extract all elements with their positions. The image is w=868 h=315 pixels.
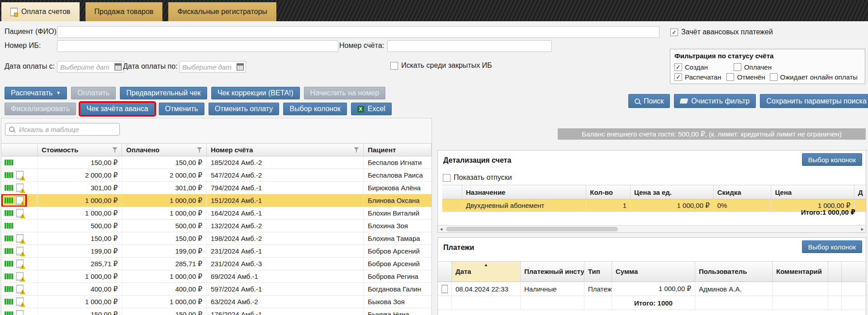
column-header-2[interactable]: Оплачено [122, 144, 207, 156]
row-icons-cell [1, 220, 38, 232]
cost-cell: 500,00 ₽ [38, 220, 122, 232]
date-from-field[interactable] [57, 61, 124, 73]
ib-number-input[interactable] [57, 40, 338, 52]
payments-column-header[interactable]: Сумма [612, 262, 695, 282]
fiscal-warning-icon [16, 171, 24, 179]
payments-columns-button[interactable]: Выбор колонок [802, 240, 862, 253]
status-cancelled-checkbox[interactable]: Отменён [726, 73, 765, 81]
checkbox-icon[interactable] [443, 174, 451, 182]
status-created-checkbox[interactable]: ✓Создан [674, 63, 708, 71]
date-to-input[interactable] [181, 63, 237, 71]
save-search-params-button[interactable]: Сохранить параметры поиска [760, 94, 868, 108]
show-vacations-checkbox[interactable]: Показать отпуски [443, 174, 512, 182]
payments-column-header[interactable]: ▲Дата [452, 262, 521, 282]
fiscal-warning-icon [16, 209, 24, 217]
invoice-number-input[interactable] [387, 40, 552, 52]
cancel-button[interactable]: Отменить [159, 103, 204, 115]
payments-column-header[interactable]: Платежный инстумент [521, 262, 584, 282]
row-status-icons [3, 284, 25, 294]
calendar-icon[interactable] [114, 63, 122, 71]
table-row[interactable]: 1 000,00 ₽1 000,00 ₽63/2024 Амб.-2Быкова… [1, 296, 432, 308]
search-button[interactable]: Поиск [628, 94, 670, 108]
advance-offset-check-button[interactable]: Чек зачёта аванса [80, 103, 154, 115]
details-column-header[interactable]: Цена за ед. [631, 185, 714, 199]
checkbox-icon[interactable] [770, 73, 778, 81]
calendar-icon[interactable] [237, 63, 244, 71]
search-closed-ib-label: Искать среди закрытых ИБ [401, 61, 492, 70]
table-row[interactable]: 301,00 ₽301,00 ₽794/2024 Амб.-1Бирюкова … [1, 182, 432, 194]
table-row[interactable]: 500,00 ₽500,00 ₽132/2024 Амб.-2Блохина З… [1, 220, 432, 232]
pay-button[interactable]: Оплатить [71, 87, 116, 99]
scroll-left-icon[interactable]: ◄ [439, 227, 443, 231]
filter-funnel-icon[interactable] [354, 147, 359, 153]
payments-column-header[interactable]: Комментарий [773, 262, 828, 282]
details-column-header[interactable]: Скидка [714, 185, 772, 199]
payment-row[interactable]: 08.04.2024 22:33НаличныеПлатеж1 000,00 ₽… [438, 282, 866, 296]
details-column-header[interactable]: Цена [771, 185, 854, 199]
table-row[interactable]: 1 000,00 ₽1 000,00 ₽164/2024 Амб.-1Блохи… [1, 207, 432, 220]
paid-cell: 400,00 ₽ [122, 283, 207, 295]
patient-cell: Блохина Тамара [364, 232, 432, 244]
checkbox-icon[interactable]: ✓ [674, 73, 682, 81]
paid-cell: 301,00 ₽ [122, 182, 207, 194]
table-row[interactable]: 400,00 ₽400,00 ₽597/2024 Амб.-1Богданова… [1, 283, 432, 296]
table-row[interactable]: 1 000,00 ₽1 000,00 ₽151/2024 Амб.-1Блино… [1, 194, 432, 207]
table-search-input[interactable] [18, 125, 116, 134]
details-column-header[interactable]: Д [854, 185, 866, 199]
details-columns-button[interactable]: Выбор колонок [802, 153, 862, 166]
status-printed-checkbox[interactable]: ✓Распечатан [674, 73, 721, 81]
preliminary-check-button[interactable]: Предварительный чек [120, 87, 207, 99]
column-header-1[interactable]: Стоимость [38, 144, 122, 156]
scrollbar-thumb[interactable] [446, 227, 618, 231]
scroll-right-icon[interactable]: ► [860, 227, 864, 231]
date-from-input[interactable] [59, 63, 114, 71]
excel-button[interactable]: XExcel [351, 103, 392, 115]
checkbox-icon[interactable] [726, 73, 734, 81]
horizontal-scrollbar[interactable]: ◄ ► [438, 225, 866, 232]
filter-funnel-icon[interactable] [112, 147, 118, 153]
search-actions-row: ПоискОчистить фильтрСохранить параметры … [628, 94, 868, 108]
payments-column-header[interactable]: Пользователь [695, 262, 773, 282]
payments-total-cell [773, 296, 828, 310]
correction-check-button[interactable]: Чек коррекции (BETA!) [211, 87, 300, 99]
status-paid-checkbox[interactable]: Оплачен [734, 63, 772, 71]
table-row[interactable]: 2 000,00 ₽2 000,00 ₽547/2024 Амб.-2Беспа… [1, 169, 432, 182]
print-button[interactable]: Распечатать▼ [5, 87, 67, 99]
table-row[interactable]: 150,00 ₽150,00 ₽198/2024 Амб.-2Блохина Т… [1, 232, 432, 245]
column-header-label: Оплачено [126, 146, 160, 154]
table-row[interactable]: 199,00 ₽199,00 ₽231/2024 Амб.-1Бобров Ар… [1, 245, 432, 258]
checkbox-icon[interactable] [734, 63, 741, 71]
choose-columns-button[interactable]: Выбор колонок [283, 103, 346, 115]
date-to-field[interactable] [179, 61, 246, 73]
advance-offset-checkbox[interactable]: ✓ Зачёт авансовых платежей [670, 28, 773, 36]
details-column-header[interactable]: Назначение [462, 185, 586, 199]
payments-column-header[interactable]: Тип [584, 262, 612, 282]
search-closed-ib-checkbox[interactable]: Искать среди закрытых ИБ [390, 61, 492, 70]
cancel-payment-button[interactable]: Отменить оплату [209, 103, 280, 115]
paid-cell: 199,00 ₽ [122, 245, 207, 257]
checkbox-icon[interactable]: ✓ [670, 28, 678, 36]
patient-input[interactable] [57, 26, 659, 38]
tab-fiscal-registers[interactable]: Фискальные регистраторы [168, 2, 276, 21]
checkbox-icon[interactable]: ✓ [674, 63, 682, 71]
table-row[interactable]: 150,00 ₽150,00 ₽185/2024 Амб.-2Беспалов … [1, 156, 432, 169]
filter-funnel-icon[interactable] [197, 147, 202, 153]
table-search[interactable] [5, 123, 120, 136]
column-header-4[interactable]: Пациент [364, 144, 432, 156]
details-column-header[interactable]: Кол-во [586, 185, 631, 199]
table-row[interactable]: 150,00 ₽150,00 ₽176/2024 Амб.-1Быкова Ни… [1, 308, 432, 315]
excel-button-label: Excel [368, 105, 385, 113]
status-printed-label: Распечатан [685, 73, 721, 81]
row-icons-cell [1, 194, 38, 207]
tab-goods-sale[interactable]: Продажа товаров [85, 2, 163, 21]
charge-to-number-button[interactable]: Начислить на номер [304, 87, 385, 99]
tab-invoice-payment[interactable]: Оплата счетов [1, 2, 80, 21]
status-awaiting-online-checkbox[interactable]: Ожидает онлайн оплаты [770, 73, 858, 81]
invoices-header-icons [1, 144, 38, 156]
table-row[interactable]: 1 000,00 ₽1 000,00 ₽69/2024 Амб.-1Бобров… [1, 270, 432, 283]
checkbox-icon[interactable] [390, 62, 398, 70]
clear-filter-button[interactable]: Очистить фильтр [674, 94, 756, 108]
fiscalize-button[interactable]: Фискализировать [5, 103, 76, 115]
column-header-3[interactable]: Номер счёта [207, 144, 364, 156]
table-row[interactable]: 285,71 ₽285,71 ₽231/2024 Амб.-3Бобров Ар… [1, 258, 432, 270]
